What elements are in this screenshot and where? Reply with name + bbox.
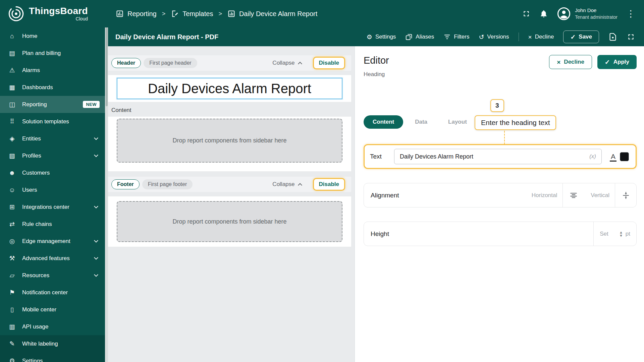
alignment-label: Alignment	[371, 192, 399, 199]
text-field-label: Text	[370, 153, 394, 160]
check-icon: ✓	[605, 59, 610, 65]
users-icon: ☺	[8, 186, 16, 194]
content-section-label: Content	[108, 102, 351, 117]
save-button[interactable]: ✓ Save	[563, 31, 599, 43]
disable-header-button[interactable]: Disable	[313, 57, 345, 69]
api-usage-icon: ▥	[8, 323, 16, 330]
font-color-button[interactable]: A	[610, 153, 616, 161]
collapse-footer-button[interactable]: Collapse	[272, 181, 301, 188]
chevron-up-icon	[298, 62, 302, 66]
notifications-button[interactable]	[539, 9, 548, 18]
solution-templates-icon: ⠿	[8, 118, 16, 125]
sidebar-item-white-labeling[interactable]: ✎ White labeling	[0, 335, 105, 352]
toolbar-divider	[519, 33, 519, 41]
heading-preview-input[interactable]: Daily Devices Alarm Report	[117, 78, 342, 99]
decline-toolbar-button[interactable]: × Decline	[528, 34, 554, 40]
fullscreen-button[interactable]	[522, 9, 531, 18]
sidebar-item-edge-management[interactable]: ◎ Edge management	[0, 233, 105, 250]
content-dropzone[interactable]: Drop report components from sidebar here	[117, 119, 342, 163]
heading-text-input[interactable]: (x)	[394, 149, 602, 164]
header-preview-block: Daily Devices Alarm Report	[108, 75, 351, 102]
footer-tag-pill: Footer	[111, 179, 140, 189]
user-menu[interactable]: John Doe Tenant administrator	[557, 7, 618, 21]
mobile-icon: ▯	[8, 306, 16, 313]
sidebar-item-alarms[interactable]: ⚠ Alarms	[0, 62, 105, 79]
reporting-icon: ◫	[8, 101, 16, 108]
tab-layout[interactable]: Layout	[439, 115, 476, 129]
chevron-up-icon	[298, 183, 302, 187]
sidebar-item-resources[interactable]: ▱ Resources	[0, 267, 105, 284]
sidebar-item-integrations-center[interactable]: ⊞ Integrations center	[0, 198, 105, 216]
tutorial-tooltip: Enter the heading text	[475, 115, 556, 130]
sidebar-item-solution-templates[interactable]: ⠿ Solution templates	[0, 113, 105, 130]
sidebar-item-rule-chains[interactable]: ⇄ Rule chains	[0, 216, 105, 233]
history-icon: ↺	[479, 34, 484, 40]
customers-icon: ☻	[8, 169, 16, 177]
sidebar-item-entities[interactable]: ◈ Entities	[0, 130, 105, 147]
kebab-menu-button[interactable]: ⋮	[626, 9, 635, 18]
horizontal-align-button[interactable]	[562, 183, 584, 207]
sidebar-item-notification-center[interactable]: ⚑ Notification center	[0, 284, 105, 301]
height-input[interactable]	[600, 231, 619, 237]
sidebar-item-reporting[interactable]: ◫ Reporting NEW	[0, 96, 105, 113]
heading-text-input-field[interactable]	[400, 153, 585, 160]
close-icon: ×	[528, 34, 532, 40]
aliases-button[interactable]: Aliases	[405, 33, 434, 41]
sidebar-item-dashboards[interactable]: ▦ Dashboards	[0, 79, 105, 96]
breadcrumb-separator: >	[218, 10, 222, 17]
stepper-down-icon[interactable]: ▾	[620, 234, 622, 237]
sidebar-scrollbar[interactable]	[105, 27, 108, 362]
breadcrumb-separator: >	[162, 10, 166, 17]
header-tag-pill: Header	[111, 58, 141, 68]
decline-button[interactable]: × Decline	[549, 55, 592, 69]
sidebar-item-home[interactable]: ⌂ Home	[0, 27, 105, 45]
entities-icon: ◈	[8, 135, 16, 142]
sidebar-item-settings[interactable]: ⚙ Settings	[0, 352, 105, 362]
brand-logo-block[interactable]: ThingsBoard Cloud	[0, 5, 105, 22]
number-stepper: ▴ ▾	[620, 231, 622, 237]
breadcrumb-item-report[interactable]: Daily Device Alarm Report	[227, 10, 317, 18]
tutorial-connector-line	[504, 131, 505, 144]
sidebar-item-profiles[interactable]: ▧ Profiles	[0, 147, 105, 164]
unit-label: pt	[626, 231, 630, 237]
alignment-card: Alignment Horizontal Vertical	[364, 183, 637, 207]
top-bar: ThingsBoard Cloud Reporting > Templates …	[0, 0, 644, 27]
billing-icon: ▤	[8, 49, 16, 57]
horizontal-label: Horizontal	[532, 192, 557, 199]
color-swatch-button[interactable]	[620, 152, 629, 161]
chevron-down-icon	[94, 204, 98, 208]
preview-export-button[interactable]	[608, 33, 617, 41]
document-preview-icon	[608, 33, 617, 41]
sidebar-item-customers[interactable]: ☻ Customers	[0, 164, 105, 181]
scrollbar-thumb[interactable]	[106, 27, 108, 106]
template-toolbar: Daily Device Alarm Report - PDF ⚙ Settin…	[108, 27, 644, 46]
breadcrumb-item-templates[interactable]: Templates	[171, 10, 213, 18]
resources-icon: ▱	[8, 272, 16, 279]
sidebar-item-plan-and-billing[interactable]: ▤ Plan and billing	[0, 45, 105, 62]
apply-button[interactable]: ✓ Apply	[597, 55, 637, 69]
editor-subtitle: Heading	[364, 71, 389, 78]
report-preview-pane: Header First page header Collapse Disabl…	[108, 46, 355, 362]
collapse-header-button[interactable]: Collapse	[272, 60, 301, 66]
new-badge: NEW	[83, 101, 100, 108]
tab-data[interactable]: Data	[406, 115, 436, 129]
sidebar-item-mobile-center[interactable]: ▯ Mobile center	[0, 301, 105, 318]
settings-gear-icon: ⚙	[8, 357, 16, 362]
rule-chains-icon: ⇄	[8, 220, 16, 228]
expand-fullscreen-button[interactable]	[627, 33, 635, 41]
versions-button[interactable]: ↺ Versions	[479, 34, 509, 40]
breadcrumb-item-reporting[interactable]: Reporting	[116, 10, 157, 18]
sidebar-item-advanced-features[interactable]: ⚒ Advanced features	[0, 250, 105, 267]
alarms-icon: ⚠	[8, 66, 16, 74]
tab-content[interactable]: Content	[364, 115, 403, 129]
breadcrumb: Reporting > Templates > Daily Device Ala…	[116, 10, 317, 18]
disable-footer-button[interactable]: Disable	[313, 178, 345, 191]
settings-button[interactable]: ⚙ Settings	[367, 34, 396, 40]
report-chart-icon	[227, 10, 235, 18]
vertical-align-button[interactable]	[615, 183, 636, 207]
sidebar-item-api-usage[interactable]: ▥ API usage	[0, 318, 105, 335]
sidebar-item-users[interactable]: ☺ Users	[0, 181, 105, 198]
filters-button[interactable]: Filters	[443, 33, 469, 41]
first-page-header-pill: First page header	[144, 58, 197, 68]
footer-dropzone[interactable]: Drop report components from sidebar here	[117, 201, 342, 242]
